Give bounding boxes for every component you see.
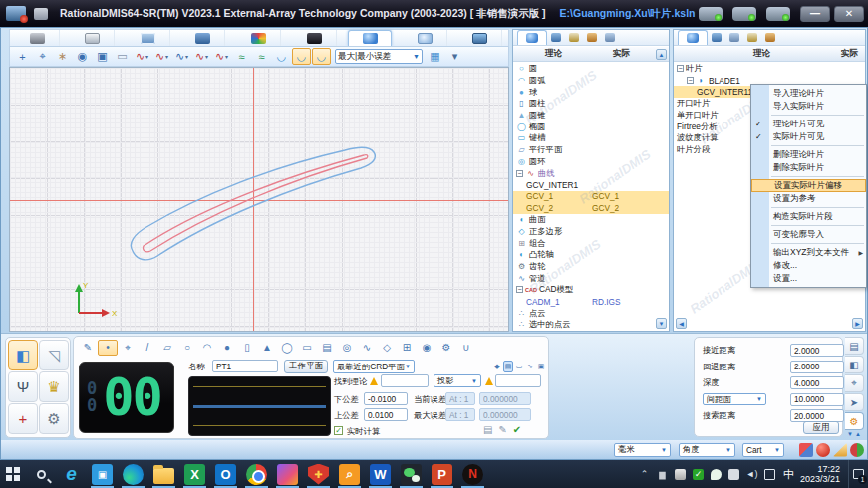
sphere-icon[interactable]: ● bbox=[217, 340, 237, 356]
curve-display-toggle[interactable]: ∿ bbox=[525, 361, 535, 372]
speaker-tray-icon[interactable]: ◄) bbox=[745, 468, 758, 481]
probe-cube-tab-icon[interactable]: ◧ bbox=[845, 356, 864, 373]
crown-small-icon[interactable] bbox=[587, 33, 597, 42]
expand-toggle[interactable]: − bbox=[516, 286, 523, 293]
pan-view-icon[interactable]: + bbox=[13, 48, 32, 65]
tree-row[interactable]: GCV_1GCV_1 bbox=[513, 191, 669, 203]
taskbar-app-paint3d[interactable] bbox=[272, 460, 303, 488]
curve-scan-icon[interactable]: ∿▾ bbox=[152, 48, 171, 65]
curve-eval-icon[interactable]: ◡ bbox=[292, 48, 311, 65]
start-button[interactable] bbox=[0, 460, 26, 488]
menu-item[interactable]: 设置实际叶片偏移 bbox=[751, 179, 866, 192]
feature-tab-selected[interactable] bbox=[517, 30, 547, 45]
taskbar-app-blue-app[interactable]: ▣ bbox=[87, 460, 118, 488]
tree-row[interactable]: ▭键槽 bbox=[513, 132, 669, 144]
tab-probe[interactable] bbox=[293, 30, 337, 46]
extra-dropdown-arrow[interactable]: ▾ bbox=[445, 48, 464, 65]
projection-dropdown[interactable]: 投影▼ bbox=[434, 374, 481, 387]
gear-pair-icon[interactable] bbox=[850, 443, 864, 457]
extra-tool-button[interactable]: ▦ bbox=[426, 48, 444, 65]
menu-item[interactable]: 导入理论叶片 bbox=[751, 87, 866, 100]
tab-monitor[interactable] bbox=[458, 30, 502, 46]
monitor-small-icon[interactable] bbox=[605, 33, 615, 42]
fixture-button[interactable]: ♛ bbox=[39, 371, 69, 402]
param-input[interactable] bbox=[790, 361, 844, 373]
workplane-button[interactable]: 工作平面 bbox=[284, 360, 328, 373]
probe-small-icon[interactable]: ✎ bbox=[498, 424, 506, 435]
caliper-button[interactable]: ◹ bbox=[39, 340, 69, 370]
menu-item[interactable]: 可变轮廓导入 bbox=[751, 228, 866, 241]
cylinder-icon[interactable]: ▯ bbox=[237, 340, 257, 356]
combine-icon[interactable]: ⊞ bbox=[397, 340, 417, 356]
ellipse-icon[interactable]: ◯ bbox=[277, 340, 297, 356]
scroll-right-button[interactable]: ▶ bbox=[852, 318, 863, 329]
vector-probe-tab-icon[interactable]: ➤ bbox=[845, 393, 864, 411]
cad-canvas[interactable]: Y X bbox=[9, 67, 509, 332]
cube-small-icon[interactable] bbox=[551, 33, 561, 42]
tree-row[interactable]: ○圆 bbox=[513, 63, 669, 75]
scroll-up-button[interactable]: ▲ bbox=[656, 49, 667, 60]
wechat-tray-icon[interactable] bbox=[710, 468, 723, 481]
tree-row[interactable]: ∿管道 bbox=[513, 272, 669, 284]
point-icon[interactable]: • bbox=[98, 340, 118, 356]
tree-row[interactable]: ▯圆柱 bbox=[513, 98, 669, 110]
parallel-planes-icon[interactable]: ▤ bbox=[317, 340, 337, 356]
probe-button[interactable]: Ψ bbox=[8, 371, 38, 402]
blade-tab-selected[interactable] bbox=[678, 30, 708, 45]
arc-icon[interactable]: ◠ bbox=[197, 340, 217, 356]
window-display-toggle[interactable]: ▭ bbox=[514, 361, 524, 372]
upper-tol-input[interactable] bbox=[364, 408, 408, 421]
param-input[interactable] bbox=[790, 344, 844, 357]
menu-item[interactable]: 设置为参考 bbox=[751, 192, 866, 205]
window-small-icon[interactable] bbox=[729, 33, 739, 42]
realtime-checkbox[interactable]: ✓ bbox=[334, 426, 343, 435]
tree-row[interactable]: GCV_INTER1 bbox=[513, 179, 669, 191]
ime-indicator[interactable]: 中 bbox=[783, 467, 794, 482]
clock[interactable]: 17:22 2023/3/21 bbox=[800, 464, 840, 484]
probe-small-icon[interactable] bbox=[569, 33, 579, 42]
curve-rotate-icon[interactable]: ∿▾ bbox=[172, 48, 191, 65]
clipboard-tray-icon[interactable] bbox=[674, 468, 687, 481]
menu-item[interactable]: 导入实际叶片 bbox=[751, 100, 866, 113]
tab-document[interactable] bbox=[71, 30, 115, 46]
tree-row[interactable]: ⊞组合 bbox=[513, 237, 669, 249]
zoom-window-icon[interactable]: ⌖ bbox=[33, 48, 52, 65]
projection-input[interactable] bbox=[495, 374, 541, 387]
taskbar-app-powerpoint[interactable]: P bbox=[427, 460, 457, 488]
close-button[interactable]: ✕ bbox=[834, 6, 864, 22]
plane-icon[interactable]: ▱ bbox=[157, 340, 177, 356]
label-box-icon[interactable]: ▭ bbox=[113, 48, 132, 65]
circle-icon[interactable]: ○ bbox=[177, 340, 197, 356]
expand-toggle[interactable]: − bbox=[677, 65, 684, 72]
tab-print[interactable] bbox=[16, 30, 60, 46]
name-input[interactable] bbox=[212, 360, 278, 372]
slot-icon[interactable]: ▭ bbox=[297, 340, 317, 356]
tree-row[interactable]: −叶片 bbox=[674, 63, 865, 75]
taskbar-app-file-explorer[interactable] bbox=[148, 460, 179, 488]
param-input[interactable] bbox=[790, 393, 844, 406]
torus-icon[interactable]: ◎ bbox=[337, 340, 357, 356]
tree-row[interactable]: GCV_2GCV_2 bbox=[513, 202, 669, 214]
tree-row[interactable]: ◯椭圆 bbox=[513, 121, 669, 132]
scroll-left-button[interactable]: ◀ bbox=[676, 318, 687, 329]
window-tool-icon[interactable] bbox=[732, 7, 756, 21]
menu-item[interactable]: 删除理论叶片 bbox=[751, 148, 866, 161]
tree-row[interactable]: ◎圆环 bbox=[513, 156, 669, 168]
tree-row[interactable]: −∿曲线 bbox=[513, 167, 669, 179]
width-icon[interactable]: ◉ bbox=[417, 340, 436, 356]
taskbar-app-doc-search[interactable]: ⌕ bbox=[334, 460, 365, 488]
strip-scroll-arrows[interactable]: ▼▲ bbox=[845, 431, 865, 437]
tools-button[interactable]: ⚙ bbox=[39, 403, 69, 434]
tree-row[interactable]: ●球 bbox=[513, 86, 669, 98]
camera-tray-icon[interactable] bbox=[727, 468, 740, 481]
gear-icon[interactable]: ⚙ bbox=[436, 340, 456, 356]
notification-button[interactable]: 1 bbox=[848, 460, 868, 488]
tab-colors[interactable] bbox=[237, 30, 281, 46]
workpiece-view-button[interactable]: ◧ bbox=[8, 340, 38, 370]
pan-hand-icon[interactable]: ∗ bbox=[53, 48, 72, 65]
polygon-icon[interactable]: ◇ bbox=[377, 340, 397, 356]
curve-offset-icon[interactable]: ◡ bbox=[312, 48, 331, 65]
curve-icon[interactable]: ∿ bbox=[357, 340, 377, 356]
tree-row[interactable]: ∴选中的点云 bbox=[513, 319, 669, 331]
menu-item[interactable]: 输出XYZ到文本文件▶ bbox=[751, 246, 866, 259]
